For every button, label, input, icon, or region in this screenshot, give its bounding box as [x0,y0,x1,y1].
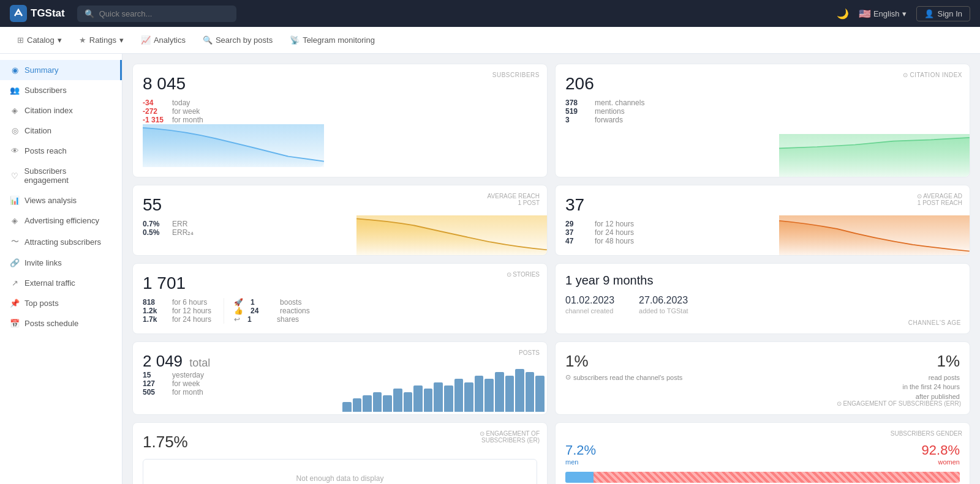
sidebar-item-citation-index[interactable]: ◈ Citation index [0,100,122,121]
subscribers-card-label: SUBSCRIBERS [492,72,540,78]
avg-reach-value: 55 [143,195,537,215]
nav-catalog[interactable]: ⊞ Catalog ▾ [10,31,69,50]
language-selector[interactable]: 🇺🇸 English ▾ [859,8,907,20]
citation-index-card-label: ⊙ CITATION INDEX [903,72,962,78]
stories-right-stats: 🚀 1 boosts 👍 24 reactions ↩ 1 shar [224,298,310,324]
sidebar-item-invite-links[interactable]: 🔗 Invite links [0,253,122,273]
logo[interactable]: TGStat [10,5,65,22]
shares-lbl: shares [277,315,299,324]
sidebar-item-external-traffic[interactable]: ↗ External traffic [0,273,122,293]
sidebar-item-advertising-efficiency[interactable]: ◈ Advertising efficiency [0,210,122,231]
sign-in-button[interactable]: 👤 Sign In [916,6,970,21]
stories-h6-num: 818 [143,298,167,307]
summary-icon: ◉ [10,65,20,75]
search-input[interactable] [99,9,229,18]
gender-card: SUBSCRIBERS GENDER 7.2% men 92.8% women … [555,422,970,484]
reactions-lbl: reactions [280,307,310,315]
search-icon: 🔍 [85,9,94,18]
today-change: -34 [143,99,167,107]
boosts-lbl: boosts [280,298,301,307]
subscribers-value: 8 045 [143,74,537,94]
gender-bar-men [565,472,594,483]
sidebar-item-posts-schedule[interactable]: 📅 Posts schedule [0,313,122,333]
chevron-down-icon: ▾ [902,9,907,18]
channel-age-value: 1 year 9 months [565,274,960,288]
sidebar-subscribers-label: Subscribers [24,86,67,95]
search-bar[interactable]: 🔍 [77,6,236,22]
post-bar [424,389,433,412]
nav-analytics[interactable]: 📈 Analytics [134,31,193,50]
stories-boosts: 🚀 1 boosts [234,298,310,307]
week-change: -272 [143,107,167,116]
stories-reactions: 👍 24 reactions [234,307,310,315]
nav-telegram-monitoring[interactable]: 📡 Telegram monitoring [282,31,382,50]
stories-value: 1 701 [143,274,537,293]
men-label: men [565,458,596,466]
err-right-desc: read postsin the first 24 hoursafter pub… [902,373,960,401]
added-label: added to TGStat [639,307,688,315]
mentions-num: 519 [565,107,590,116]
avg-reach-chart [356,215,547,255]
sidebar-item-views-analysis[interactable]: 📊 Views analysis [0,190,122,210]
channel-age-footer: CHANNEL'S AGE [908,319,961,326]
posts-month-lbl: for month [172,388,203,397]
nav-ratings-label: Ratings [89,35,116,45]
moon-icon[interactable]: 🌙 [837,8,849,20]
post-bar [363,395,372,412]
sidebar-citation-label: Citation [24,126,51,135]
sidebar-engagement-label: Subscribers engagement [24,166,110,185]
sidebar-item-top-posts[interactable]: 📌 Top posts [0,293,122,313]
post-bar [495,372,504,412]
forwards-lbl: forwards [595,116,623,124]
err-description: ⊙ subscribers read the channel's posts [565,373,682,381]
month-change: -1 315 [143,116,167,124]
sidebar-item-subscribers-engagement[interactable]: ♡ Subscribers engagement [0,161,122,190]
avg-reach-card: AVERAGE REACH 1 POST 55 0.7% ERR 0.5% ER… [132,185,548,256]
subscribers-chart [143,124,324,167]
posts-reach-icon: 👁 [10,146,20,155]
stories-h6-lbl: for 6 hours [172,298,207,307]
posts-card: POSTS 2 049 total 15 yesterday 127 for w… [132,341,548,415]
stories-h6: 818 for 6 hours [143,298,211,307]
post-bar [413,385,423,412]
err-left: 1% ⊙ subscribers read the channel's post… [565,352,682,381]
post-bar [505,376,514,412]
post-bar [353,398,362,412]
sidebar: ◉ Summary 👥 Subscribers ◈ Citation index… [0,54,123,484]
ad-h24-lbl: for 24 hours [595,228,634,237]
flag-icon: 🇺🇸 [859,8,871,20]
post-bar [383,395,392,412]
info-icon: ⊙ [565,373,571,381]
post-bar [526,372,535,412]
stories-label: ⊙ STORIES [507,271,540,278]
posts-week-num: 127 [143,379,167,388]
post-bar [444,385,453,412]
sidebar-top-posts-label: Top posts [24,299,59,308]
post-bar [454,379,464,412]
gender-men-block: 7.2% men [565,442,596,466]
week-label: for week [172,107,200,116]
sidebar-item-citation[interactable]: ◎ Citation [0,121,122,141]
ment-channels-num: 378 [565,99,590,107]
ment-channels-lbl: ment. channels [595,99,644,107]
nav-search-posts[interactable]: 🔍 Search by posts [195,31,280,50]
sidebar-item-subscribers[interactable]: 👥 Subscribers [0,80,122,100]
stories-h12-num: 1.2k [143,307,167,315]
stories-card: ⊙ STORIES 1 701 818 for 6 hours 1.2k for… [132,263,548,334]
sidebar-item-attracting-subscribers[interactable]: 〜 Attracting subscribers [0,231,122,253]
post-bar [484,379,494,412]
post-bar [404,392,413,412]
share-icon: ↩ [234,315,240,324]
gender-women-block: 92.8% women [922,442,960,466]
sidebar-item-summary[interactable]: ◉ Summary [0,60,122,80]
engagement-icon: ♡ [10,171,20,181]
nav-ratings[interactable]: ★ Ratings ▾ [72,31,131,50]
topbar-right: 🌙 🇺🇸 English ▾ 👤 Sign In [837,6,970,21]
post-bar [535,376,545,412]
subscribers-card: SUBSCRIBERS 8 045 -34 today -272 for wee… [132,64,548,177]
shares-num: 1 [247,315,272,324]
sidebar-item-posts-reach[interactable]: 👁 Posts reach [0,141,122,161]
topbar: TGStat 🔍 🌙 🇺🇸 English ▾ 👤 Sign In [0,0,980,27]
nav-search-posts-label: Search by posts [216,35,273,45]
stories-h24-lbl: for 24 hours [172,315,211,324]
